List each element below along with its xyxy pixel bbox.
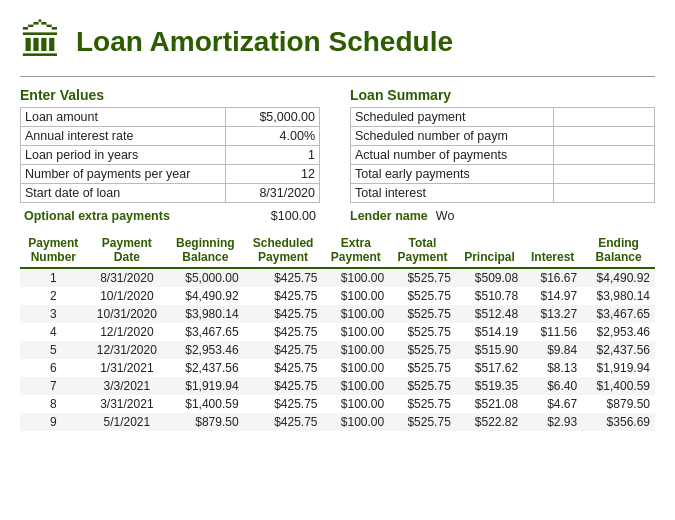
data-cell: 3/31/2021 [87, 395, 167, 413]
lender-label: Lender name [350, 209, 428, 223]
enter-values-table: Loan amount$5,000.00Annual interest rate… [20, 107, 320, 203]
data-cell: $425.75 [244, 413, 323, 431]
data-cell: $425.75 [244, 341, 323, 359]
data-cell: $1,919.94 [167, 377, 244, 395]
data-cell: 6 [20, 359, 87, 377]
table-row: Total early payments [351, 165, 655, 184]
column-header: Principal [456, 233, 523, 268]
data-cell: $1,919.94 [582, 359, 655, 377]
data-cell: $356.69 [582, 413, 655, 431]
value-cell [554, 146, 655, 165]
value-cell [554, 127, 655, 146]
loan-summary-table: Scheduled paymentScheduled number of pay… [350, 107, 655, 203]
table-row: Loan period in years1 [21, 146, 320, 165]
value-cell [554, 165, 655, 184]
value-cell [554, 108, 655, 127]
input-summary-section: Enter Values Loan amount$5,000.00Annual … [0, 81, 675, 225]
data-cell: 1/31/2021 [87, 359, 167, 377]
optional-label: Optional extra payments [24, 209, 170, 223]
column-header: PaymentDate [87, 233, 167, 268]
data-cell: $4.67 [523, 395, 582, 413]
data-cell: $2,953.46 [167, 341, 244, 359]
data-cell: 9 [20, 413, 87, 431]
data-cell: $3,467.65 [167, 323, 244, 341]
data-cell: $1,400.59 [582, 377, 655, 395]
data-cell: 4 [20, 323, 87, 341]
label-cell: Start date of loan [21, 184, 226, 203]
table-row: 210/1/2020$4,490.92$425.75$100.00$525.75… [20, 287, 655, 305]
table-row: Actual number of payments [351, 146, 655, 165]
data-cell: $425.75 [244, 377, 323, 395]
data-cell: 3 [20, 305, 87, 323]
table-row: 95/1/2021$879.50$425.75$100.00$525.75$52… [20, 413, 655, 431]
data-cell: $2.93 [523, 413, 582, 431]
data-cell: $9.84 [523, 341, 582, 359]
data-cell: $16.67 [523, 268, 582, 287]
enter-values-panel: Enter Values Loan amount$5,000.00Annual … [20, 81, 320, 225]
optional-extra-payments-row: Optional extra payments $100.00 [20, 207, 320, 225]
label-cell: Annual interest rate [21, 127, 226, 146]
data-cell: $509.08 [456, 268, 523, 287]
data-cell: $100.00 [323, 359, 390, 377]
data-cell: $2,437.56 [167, 359, 244, 377]
data-cell: $525.75 [389, 305, 456, 323]
data-cell: $525.75 [389, 341, 456, 359]
data-cell: $8.13 [523, 359, 582, 377]
table-row: 412/1/2020$3,467.65$425.75$100.00$525.75… [20, 323, 655, 341]
data-cell: $425.75 [244, 323, 323, 341]
data-cell: $100.00 [323, 413, 390, 431]
page-title: Loan Amortization Schedule [76, 26, 453, 58]
label-cell: Scheduled payment [351, 108, 554, 127]
data-cell: $3,467.65 [582, 305, 655, 323]
column-header: PaymentNumber [20, 233, 87, 268]
data-cell: 10/31/2020 [87, 305, 167, 323]
value-cell: 4.00% [225, 127, 319, 146]
column-header: Interest [523, 233, 582, 268]
column-header: ScheduledPayment [244, 233, 323, 268]
data-cell: $5,000.00 [167, 268, 244, 287]
data-cell: $1,400.59 [167, 395, 244, 413]
data-cell: $3,980.14 [167, 305, 244, 323]
data-cell: 7 [20, 377, 87, 395]
bank-icon: 🏛 [20, 18, 62, 66]
data-cell: 2 [20, 287, 87, 305]
data-cell: $3,980.14 [582, 287, 655, 305]
data-cell: 8/31/2020 [87, 268, 167, 287]
data-cell: $879.50 [582, 395, 655, 413]
data-cell: $100.00 [323, 287, 390, 305]
data-cell: $514.19 [456, 323, 523, 341]
data-cell: $425.75 [244, 395, 323, 413]
data-cell: $512.48 [456, 305, 523, 323]
data-cell: 5 [20, 341, 87, 359]
data-cell: $2,953.46 [582, 323, 655, 341]
label-cell: Number of payments per year [21, 165, 226, 184]
table-row: 83/31/2021$1,400.59$425.75$100.00$525.75… [20, 395, 655, 413]
data-cell: $100.00 [323, 341, 390, 359]
data-cell: $515.90 [456, 341, 523, 359]
table-row: Scheduled payment [351, 108, 655, 127]
data-cell: 12/1/2020 [87, 323, 167, 341]
data-cell: $6.40 [523, 377, 582, 395]
table-row: 73/3/2021$1,919.94$425.75$100.00$525.75$… [20, 377, 655, 395]
value-cell: $5,000.00 [225, 108, 319, 127]
amortization-section: PaymentNumberPaymentDateBeginningBalance… [0, 233, 675, 431]
data-cell: $425.75 [244, 287, 323, 305]
label-cell: Total early payments [351, 165, 554, 184]
loan-summary-panel: Loan Summary Scheduled paymentScheduled … [320, 81, 655, 225]
data-cell: $13.27 [523, 305, 582, 323]
table-row: Scheduled number of paym [351, 127, 655, 146]
data-cell: $100.00 [323, 395, 390, 413]
table-row: Loan amount$5,000.00 [21, 108, 320, 127]
table-row: 310/31/2020$3,980.14$425.75$100.00$525.7… [20, 305, 655, 323]
table-row: Annual interest rate4.00% [21, 127, 320, 146]
data-cell: 3/3/2021 [87, 377, 167, 395]
data-cell: $522.82 [456, 413, 523, 431]
data-cell: $879.50 [167, 413, 244, 431]
data-cell: $525.75 [389, 395, 456, 413]
value-cell: 8/31/2020 [225, 184, 319, 203]
table-row: Number of payments per year12 [21, 165, 320, 184]
column-header: TotalPayment [389, 233, 456, 268]
data-cell: 5/1/2021 [87, 413, 167, 431]
label-cell: Loan period in years [21, 146, 226, 165]
data-cell: $521.08 [456, 395, 523, 413]
